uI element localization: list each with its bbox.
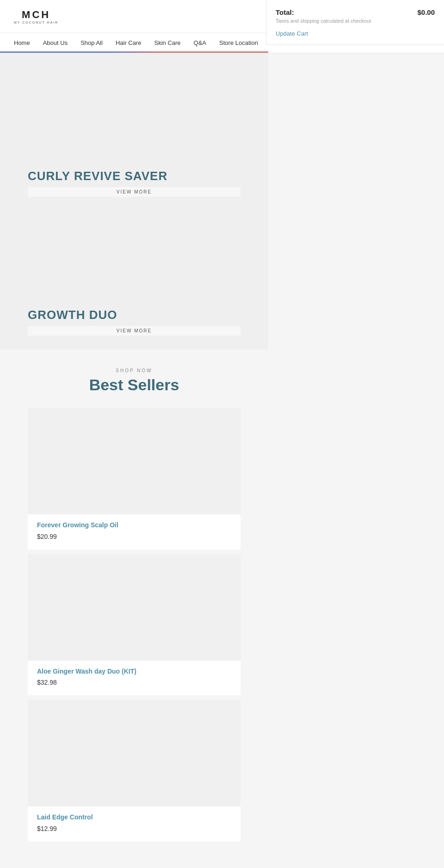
- best-sellers-section: SHOP NOW Best Sellers Forever Growing Sc…: [0, 350, 268, 865]
- nav-accent-bar: [0, 51, 268, 53]
- nav-qa[interactable]: Q&A: [194, 39, 206, 46]
- cart-update-button[interactable]: Update Cart: [276, 30, 308, 37]
- hero-growth-duo-title: GROWTH DUO: [28, 308, 240, 322]
- hero-growth-duo: GROWTH DUO VIEW MORE: [0, 211, 268, 350]
- products-grid: Forever Growing Scalp Oil $20.99 Aloe Gi…: [28, 408, 240, 846]
- product-name-1: Forever Growing Scalp Oil: [37, 521, 231, 530]
- product-info-2: Aloe Ginger Wash day Duo (KIT) $32.98: [28, 661, 240, 687]
- logo[interactable]: MCH MY COCONUT HAIR: [14, 9, 58, 24]
- product-info-1: Forever Growing Scalp Oil $20.99: [28, 514, 240, 540]
- nav-shop-all[interactable]: Shop All: [80, 39, 103, 46]
- hero-growth-duo-btn[interactable]: VIEW MORE: [28, 326, 240, 336]
- product-name-3: Laid Edge Control: [37, 813, 231, 822]
- product-price-2: $32.98: [37, 679, 231, 686]
- hero-curly-revive: CURLY REVIVE SAVER VIEW MORE: [0, 53, 268, 211]
- product-price-3: $12.99: [37, 825, 231, 832]
- cart-total-row: Total: $0.00: [276, 8, 435, 16]
- product-card-3[interactable]: Laid Edge Control $12.99: [28, 700, 240, 842]
- nav-skin-care[interactable]: Skin Care: [154, 39, 181, 46]
- header: MCH MY COCONUT HAIR Total: $0.00 Taxes a…: [0, 0, 444, 53]
- best-sellers-label: SHOP NOW: [28, 368, 240, 373]
- nav-home[interactable]: Home: [14, 39, 30, 46]
- product-image-1: [28, 408, 240, 514]
- logo-full: MY COCONUT HAIR: [14, 21, 58, 24]
- product-card-1[interactable]: Forever Growing Scalp Oil $20.99: [28, 408, 240, 550]
- product-card-2[interactable]: Aloe Ginger Wash day Duo (KIT) $32.98: [28, 554, 240, 696]
- right-gray-bg: [266, 53, 444, 868]
- header-top: MCH MY COCONUT HAIR Total: $0.00 Taxes a…: [0, 0, 444, 32]
- cart-tax-note: Taxes and shipping calculated at checkou…: [276, 18, 435, 24]
- product-image-3: [28, 700, 240, 806]
- best-sellers-title: Best Sellers: [28, 376, 240, 394]
- product-info-3: Laid Edge Control $12.99: [28, 806, 240, 832]
- nav-about[interactable]: About Us: [43, 39, 68, 46]
- product-image-2: [28, 554, 240, 661]
- nav-store-location[interactable]: Store Location: [219, 39, 258, 46]
- hero-curly-revive-title: CURLY REVIVE SAVER: [28, 169, 240, 183]
- logo-letters: MCH: [22, 9, 50, 21]
- cart-panel: Total: $0.00 Taxes and shipping calculat…: [266, 0, 444, 45]
- hero-curly-revive-btn[interactable]: VIEW MORE: [28, 187, 240, 197]
- cart-total-label: Total:: [276, 8, 294, 16]
- nav-hair-care[interactable]: Hair Care: [116, 39, 142, 46]
- cart-total-amount: $0.00: [417, 8, 435, 16]
- product-name-2: Aloe Ginger Wash day Duo (KIT): [37, 667, 231, 676]
- product-price-1: $20.99: [37, 533, 231, 540]
- content-area: CURLY REVIVE SAVER VIEW MORE GROWTH DUO …: [0, 53, 268, 865]
